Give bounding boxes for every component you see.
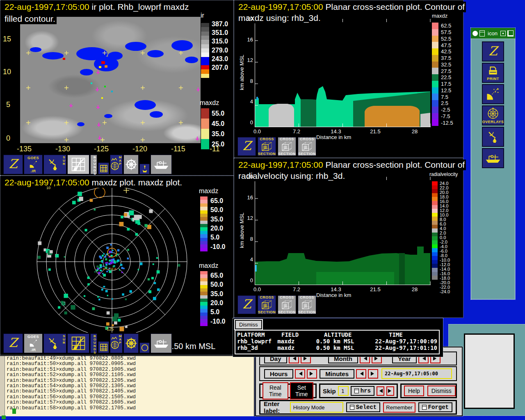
grid-small-icon <box>100 343 108 352</box>
arrow-right-icon <box>388 389 393 393</box>
radar-panel-title: 22-aug-1997,17:05:00 maxdz plot. maxdz p… <box>3 177 183 188</box>
toolbar-button[interactable] <box>123 333 139 353</box>
toolbar-button[interactable] <box>151 333 172 353</box>
window-menu-icon[interactable] <box>472 31 478 36</box>
sidebar-titlebar[interactable]: icon <box>471 28 515 39</box>
toolbar-button[interactable]: Z <box>3 333 23 353</box>
clock-unit-button[interactable]: Minutes <box>320 369 354 379</box>
toolbar-button[interactable] <box>151 155 172 174</box>
arrow-right-icon <box>304 356 309 361</box>
terminal-line: rain:beaufait:49>xdump.all 970822.0805.x… <box>7 356 253 361</box>
cube-icon <box>281 141 293 152</box>
cross-section-button[interactable]: CROSS SECTION <box>258 295 276 314</box>
beam-dish-icon <box>486 87 500 101</box>
increment-button[interactable] <box>307 369 317 379</box>
ship-icon <box>153 338 169 349</box>
toolbar-button[interactable] <box>139 164 150 174</box>
toolbar-button[interactable]: SUR <box>43 155 66 174</box>
xs-maxdz-plot <box>255 19 431 127</box>
ir-plot-panel: 22-aug-1997,17:05:00 ir plot. Rhb_lowprf… <box>0 0 234 176</box>
xs-radvel-ylabel: km above MSL <box>239 198 245 263</box>
toolbar-button[interactable]: GOES .IR <box>24 155 43 174</box>
xs-maxdz-xlabel: Distance in km <box>316 134 351 140</box>
radar-cbar2-label: maxdz <box>199 262 218 269</box>
minimize-icon[interactable] <box>500 31 506 36</box>
table-row: rhb_3d maxdz 0.50 km MSL 22-Aug-97,17:01… <box>237 345 437 351</box>
sidebar-tool-button[interactable]: Z <box>482 41 504 62</box>
sidebar-tool-button[interactable]: PRINT <box>482 63 504 83</box>
toolbar-button[interactable] <box>67 155 89 174</box>
cross-section-button[interactable]: CROSS SECTION <box>278 137 296 156</box>
maximize-icon[interactable] <box>507 30 514 37</box>
toolbar-button[interactable] <box>67 333 89 353</box>
xs-maxdz-panel: 22-aug-1997,17:05:00 Planar cross-sectio… <box>234 0 463 158</box>
cross-section-button[interactable]: CROSS SECTION <box>278 295 296 314</box>
toolbar-button[interactable]: Z <box>3 155 23 174</box>
remember-button[interactable]: Remember <box>383 402 415 413</box>
select-dropdown[interactable]: Select <box>346 402 380 412</box>
radar-cbar1-label: maxdz <box>199 187 218 195</box>
menu-icon <box>422 405 427 410</box>
arrow-right-icon <box>310 372 315 376</box>
set-time-button[interactable]: Set Time <box>290 382 313 399</box>
sidebar-tool-button[interactable] <box>482 148 504 168</box>
toolbar-button[interactable] <box>123 155 139 174</box>
clock-unit-button[interactable]: Hours <box>264 369 293 379</box>
toolbar-button[interactable]: GOES .IR <box>24 333 43 353</box>
overlays-icon <box>486 107 500 120</box>
arrow-right-icon <box>371 372 376 376</box>
help-dismiss-group: Help Dismiss <box>400 383 457 398</box>
toolbar-button[interactable] <box>139 342 150 353</box>
toolbar-button[interactable]: BOUNDS <box>90 155 97 174</box>
sidebar-tool-button[interactable] <box>482 84 504 104</box>
cross-section-button[interactable]: Z <box>237 137 256 156</box>
buoy-specks <box>91 82 113 99</box>
z-logo-icon: Z <box>240 139 254 153</box>
toolbar-button[interactable] <box>98 162 109 174</box>
globe-map-icon <box>110 336 119 350</box>
sidebar-tool-button[interactable] <box>482 127 504 147</box>
radar-cbar1-ticks: 65.050.035.020.05.0-10.0 <box>210 196 225 251</box>
globe-map-icon <box>110 158 119 171</box>
toolbar-button[interactable]: MAP <box>110 155 123 174</box>
cross-section-button[interactable]: CROSS SECTION <box>298 295 316 314</box>
increment-button[interactable] <box>368 369 378 379</box>
real-time-button[interactable]: Real Time <box>262 382 288 399</box>
terminal-line: rain:beaufait:56>xdump.all 970822.1505.x… <box>7 395 253 400</box>
decrement-button[interactable] <box>356 369 366 379</box>
dismiss-button[interactable]: Dismiss <box>427 386 456 396</box>
cross-section-button[interactable]: Z <box>237 295 256 314</box>
toolbar-button[interactable]: MAP <box>110 333 123 353</box>
toolbar-button[interactable]: SUR <box>43 333 66 353</box>
platform-dismiss-button[interactable]: Dismiss <box>235 320 262 329</box>
ir-panel-title-line2: filled contour. <box>3 14 57 24</box>
ir-panel-toolbar: Z GOES .IR SUR BOUNDS <box>3 155 172 174</box>
terminal-scrollbar[interactable] <box>0 356 5 416</box>
platform-table: PLATFORMFIELDALTITUDETIME rhb_lowprf max… <box>235 330 440 354</box>
document-icon[interactable] <box>479 30 485 37</box>
map-y-tick: 0 <box>6 134 10 143</box>
skip-decrement-button[interactable] <box>377 386 384 396</box>
skip-units-dropdown[interactable]: hrs <box>351 386 374 396</box>
skip-increment-button[interactable] <box>386 386 394 396</box>
clock-group: Hours Minutes 22-Aug-97,17:05:00 <box>259 366 457 381</box>
help-button[interactable]: Help <box>404 386 424 396</box>
svg-text:Z: Z <box>242 139 253 153</box>
z-logo-icon: Z <box>240 298 254 312</box>
label-input-field[interactable]: History Mode <box>290 402 343 413</box>
toolbar-button[interactable] <box>98 341 109 353</box>
window-title: icon <box>486 30 499 37</box>
cross-section-button[interactable]: CROSS SECTION <box>258 137 276 156</box>
satellite-ir-image <box>20 17 201 143</box>
skip-value-field[interactable]: 1 <box>338 386 349 396</box>
decrement-button[interactable] <box>295 369 305 379</box>
sidebar-tool-button[interactable]: OVERLAYS <box>482 105 504 126</box>
terminal-window[interactable]: rain:beaufait:49>xdump.all 970822.0805.x… <box>0 355 255 416</box>
grid-radar-icon <box>71 157 86 172</box>
toolbar-button[interactable]: BOUNDS <box>90 333 97 353</box>
map-x-tick: -125 <box>94 145 109 153</box>
xs-radvel-cbar-label: radialvelocity <box>429 171 458 177</box>
cross-section-button[interactable]: CROSS SECTION <box>298 137 316 156</box>
time-display-field[interactable]: 22-Aug-97,17:05:00 <box>381 368 452 379</box>
forget-dropdown[interactable]: Forget <box>418 402 452 412</box>
